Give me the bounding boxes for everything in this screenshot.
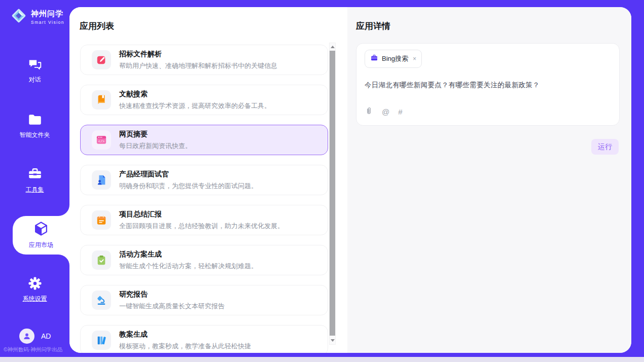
sidebar-item-label: 应用市场 (13, 241, 69, 249)
app-item-desc: 明确身份和职责，为您提供专业性的面试问题。 (119, 182, 258, 191)
toolbox-icon (0, 167, 69, 182)
prompt-card: Bing搜索 × 今日湖北有哪些新闻要点？有哪些需要关注的最新政策？ @ # (356, 43, 620, 126)
sidebar-item-label: 智能文件夹 (0, 131, 69, 139)
webpage-icon: </> (92, 130, 111, 150)
composer-toolbar: @ # (365, 106, 611, 117)
microscope-icon (92, 291, 111, 310)
avatar (19, 329, 34, 344)
scrollbar-thumb[interactable] (330, 51, 335, 336)
window-bottom-strip (0, 357, 644, 362)
app-list-item[interactable]: </>网页摘要每日政府新闻资讯快查。 (80, 125, 328, 155)
clipboard-icon (92, 250, 111, 270)
app-list-item[interactable]: 教案生成模板驱动，教案秒成，教学准备从此轻松快捷 (80, 325, 328, 353)
sidebar-item-smart-folder[interactable]: 智能文件夹 (0, 112, 69, 139)
main-panel: 应用列表 招标文件解析帮助用户快速、准确地理解和解析招标书中的关键信息文献搜索快… (69, 7, 631, 353)
app-list-panel: 应用列表 招标文件解析帮助用户快速、准确地理解和解析招标书中的关键信息文献搜索快… (69, 7, 347, 353)
app-list-item[interactable]: 研究报告一键智能生成高质量长文本研究报告 (80, 285, 328, 315)
tool-chip-label: Bing搜索 (382, 54, 408, 63)
scrollbar[interactable] (329, 43, 336, 345)
gear-icon (0, 276, 69, 291)
app-list-item[interactable]: 活动方案生成智能生成个性化活动方案，轻松解决规划难题。 (80, 245, 328, 275)
app-list: 招标文件解析帮助用户快速、准确地理解和解析招标书中的关键信息文献搜索快速精准查找… (80, 45, 328, 353)
app-item-name: 网页摘要 (119, 130, 192, 139)
edit-icon (92, 50, 111, 69)
folder-icon (0, 112, 69, 127)
briefcase-icon (370, 54, 378, 64)
sidebar-item-chat[interactable]: 对话 (0, 57, 69, 84)
scroll-up-icon[interactable] (330, 44, 335, 50)
book-icon (92, 90, 111, 110)
interviewer-icon (92, 170, 111, 190)
sidebar-item-label: 对话 (0, 76, 69, 84)
at-icon[interactable]: @ (382, 107, 389, 116)
app-item-desc: 智能生成个性化活动方案，轻松解决规划难题。 (119, 262, 258, 271)
app-window: 神州问学 Smart Vision 对话 智能文件夹 (0, 0, 644, 362)
scroll-down-icon[interactable] (330, 337, 335, 344)
sidebar: 神州问学 Smart Vision 对话 智能文件夹 (0, 0, 69, 357)
app-list-item[interactable]: 文献搜索快速精准查找学术资源，提高研究效率的必备工具。 (80, 85, 328, 115)
brand-subtitle: Smart Vision (31, 20, 64, 25)
gem-icon (10, 7, 27, 26)
app-item-desc: 每日政府新闻资讯快查。 (119, 141, 192, 151)
app-item-desc: 帮助用户快速、准确地理解和解析招标书中的关键信息 (119, 61, 277, 70)
app-item-name: 活动方案生成 (119, 250, 258, 259)
app-item-desc: 模板驱动，教案秒成，教学准备从此轻松快捷 (119, 342, 251, 351)
books-icon (92, 331, 111, 350)
chip-close-icon[interactable]: × (413, 55, 416, 62)
app-list-item[interactable]: 项目总结汇报全面回顾项目进展，总结经验教训，助力未来优化发展。 (80, 205, 328, 235)
app-list-title: 应用列表 (69, 7, 347, 32)
calendar-icon (92, 210, 111, 230)
run-button[interactable]: 运行 (591, 139, 619, 155)
user-menu[interactable]: AD (19, 329, 51, 344)
user-initials: AD (41, 332, 51, 340)
app-item-name: 文献搜索 (119, 90, 271, 99)
app-item-name: 招标文件解析 (119, 50, 277, 59)
sidebar-item-label: 工具集 (0, 186, 69, 194)
sidebar-item-settings[interactable]: 系统设置 (0, 276, 69, 303)
app-item-desc: 全面回顾项目进展，总结经验教训，助力未来优化发展。 (119, 222, 284, 231)
paperclip-icon[interactable] (365, 106, 373, 117)
active-notch-top (58, 205, 69, 216)
app-item-name: 研究报告 (119, 290, 225, 299)
app-item-desc: 一键智能生成高质量长文本研究报告 (119, 302, 225, 311)
hash-icon[interactable]: # (398, 107, 402, 116)
app-item-name: 产品经理面试官 (119, 170, 258, 179)
app-item-name: 教案生成 (119, 330, 251, 339)
app-item-desc: 快速精准查找学术资源，提高研究效率的必备工具。 (119, 101, 271, 111)
cube-icon (13, 221, 69, 239)
chat-icon (0, 57, 69, 72)
app-list-item[interactable]: 招标文件解析帮助用户快速、准确地理解和解析招标书中的关键信息 (80, 45, 328, 75)
app-item-name: 项目总结汇报 (119, 210, 284, 219)
brand-logo: 神州问学 Smart Vision (10, 7, 64, 26)
svg-text:</>: </> (98, 139, 104, 143)
active-notch-bottom (58, 255, 69, 266)
run-row: 运行 (347, 139, 631, 155)
sidebar-item-toolset[interactable]: 工具集 (0, 167, 69, 194)
sidebar-item-label: 系统设置 (0, 295, 69, 303)
app-list-item[interactable]: 产品经理面试官明确身份和职责，为您提供专业性的面试问题。 (80, 165, 328, 195)
brand-name: 神州问学 (31, 9, 64, 19)
copyright-footer: ©神州数码·神州问学出品 (4, 346, 62, 353)
sidebar-item-app-market[interactable]: 应用市场 (13, 216, 69, 255)
prompt-input[interactable]: 今日湖北有哪些新闻要点？有哪些需要关注的最新政策？ (365, 81, 611, 90)
app-detail-title: 应用详情 (347, 7, 631, 32)
tool-chip-bing-search[interactable]: Bing搜索 × (365, 50, 422, 68)
app-detail-panel: 应用详情 Bing搜索 × 今日湖北有哪些新闻要点？有哪些需要关注的最新政策？ (347, 7, 631, 353)
